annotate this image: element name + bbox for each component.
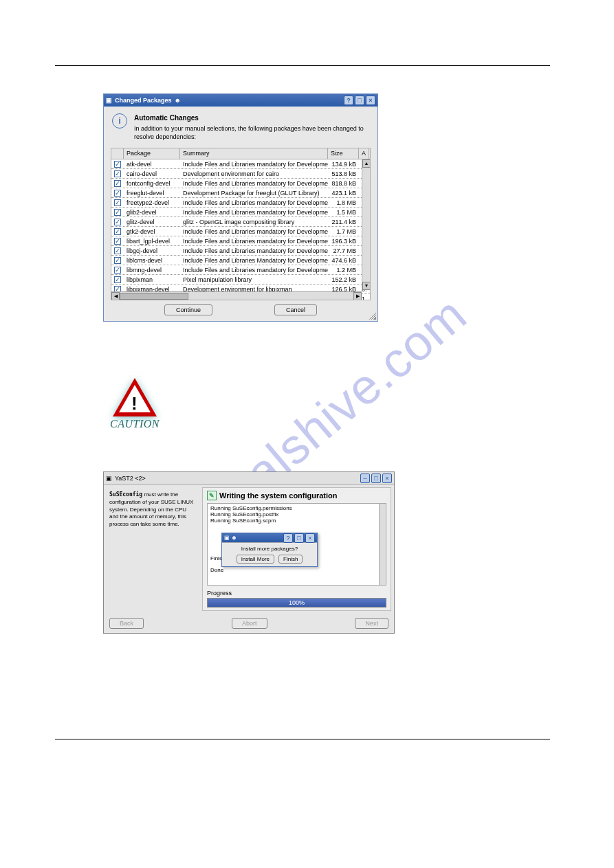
checkbox[interactable] — [114, 238, 121, 245]
cell-summary: Include Files and Libraries mandatory fo… — [180, 160, 328, 168]
cell-package: glitz-devel — [124, 218, 180, 226]
popup-max-button[interactable]: □ — [294, 533, 304, 543]
install-more-popup: ▣ ☻ ? □ × Install more packages? Ins — [221, 533, 318, 567]
popup-titlebar[interactable]: ▣ ☻ ? □ × — [222, 533, 317, 543]
table-row[interactable]: fontconfig-develInclude Files and Librar… — [111, 179, 370, 188]
checkbox[interactable] — [114, 257, 121, 264]
popup-icon: ▣ ☻ — [224, 535, 237, 541]
cell-size: 1.7 MB — [328, 227, 359, 236]
cell-package: libpixman — [124, 276, 180, 284]
warning-triangle-icon: ! — [113, 378, 157, 416]
checkbox[interactable] — [114, 190, 121, 197]
table-row[interactable]: libpixmanPixel manipulation library152.2… — [111, 275, 370, 285]
window-icon: ▣ — [106, 97, 112, 104]
col-checkbox — [111, 148, 124, 159]
cell-package: libart_lgpl-devel — [124, 237, 180, 245]
table-row[interactable]: glitz-develglitz - OpenGL image composit… — [111, 217, 370, 227]
col-size[interactable]: Size — [328, 148, 359, 159]
checkbox[interactable] — [114, 219, 121, 225]
table-row[interactable]: freeglut-develDevelopment Package for fr… — [111, 188, 370, 198]
checkbox[interactable] — [114, 267, 121, 274]
table-header: Package Summary Size A — [111, 148, 370, 159]
checkbox[interactable] — [114, 228, 121, 235]
cell-summary: Development environment for cairo — [180, 170, 328, 178]
continue-button[interactable]: Continue — [164, 304, 212, 315]
popup-close-button[interactable]: × — [305, 533, 315, 543]
caution-block: ! CAUTION — [103, 378, 166, 430]
cell-summary: Pixel manipulation library — [180, 276, 328, 284]
cell-package: libmng-devel — [124, 266, 180, 274]
popup-text: Install more packages? — [225, 546, 314, 552]
next-button[interactable]: Next — [355, 618, 388, 629]
scroll-down-icon[interactable]: ▼ — [362, 282, 371, 290]
close-button[interactable]: × — [366, 96, 375, 105]
panel-heading-row: ✎ Writing the system configuration — [207, 491, 386, 500]
cell-package: fontconfig-devel — [124, 179, 180, 188]
progress-label: Progress — [207, 590, 386, 597]
col-summary[interactable]: Summary — [180, 148, 328, 159]
maximize-button[interactable]: □ — [355, 96, 364, 105]
checkbox[interactable] — [114, 180, 121, 187]
cell-package: glib2-devel — [124, 208, 180, 216]
cell-summary: Include Files and Libraries mandatory fo… — [180, 227, 328, 236]
table-row[interactable]: atk-develInclude Files and Libraries man… — [111, 159, 370, 169]
table-row[interactable]: freetype2-develInclude Files and Librari… — [111, 198, 370, 208]
help-button[interactable]: ? — [344, 96, 353, 105]
back-button[interactable]: Back — [109, 618, 144, 629]
checkbox[interactable] — [114, 276, 121, 283]
cell-size: 513.8 kB — [328, 170, 359, 178]
checkbox[interactable] — [114, 161, 121, 168]
scroll-up-icon[interactable]: ▲ — [362, 159, 371, 168]
cancel-button[interactable]: Cancel — [274, 304, 317, 315]
minimize-button[interactable]: – — [360, 474, 370, 483]
scroll-right-icon[interactable]: ▶ — [353, 292, 362, 300]
maximize-button[interactable]: □ — [371, 474, 381, 483]
table-row[interactable]: liblcms-develInclude Files and Libraries… — [111, 256, 370, 265]
top-rule — [55, 65, 550, 66]
horizontal-scrollbar[interactable]: ◀ ▶ — [111, 291, 362, 300]
finish-button[interactable]: Finish — [278, 555, 303, 564]
install-more-button[interactable]: Install More — [237, 555, 274, 564]
changed-packages-window: ▣ Changed Packages ☻ ? □ × i Automatic C… — [103, 93, 378, 322]
main-panel: ✎ Writing the system configuration Runni… — [202, 487, 391, 611]
window-icon: ▣ — [106, 475, 112, 482]
window-titlebar[interactable]: ▣ Changed Packages ☻ ? □ × — [104, 94, 377, 107]
document-icon: ✎ — [207, 491, 217, 500]
popup-help-button[interactable]: ? — [283, 533, 293, 543]
cell-summary: Include Files and Libraries mandatory fo… — [180, 179, 328, 188]
col-package[interactable]: Package — [124, 148, 180, 159]
cell-size: 818.8 kB — [328, 179, 359, 188]
bottom-rule — [55, 739, 550, 739]
abort-button[interactable]: Abort — [232, 618, 267, 629]
checkbox[interactable] — [114, 209, 121, 216]
table-row[interactable]: libgcj-develInclude Files and Libraries … — [111, 246, 370, 256]
resize-grip[interactable] — [369, 313, 376, 320]
cell-summary: Development Package for freeglut (GLUT L… — [180, 189, 328, 197]
table-row[interactable]: libmng-develInclude Files and Libraries … — [111, 265, 370, 275]
cell-size: 152.2 kB — [328, 276, 359, 284]
log-scrollbar[interactable] — [379, 504, 386, 585]
cell-size: 423.1 kB — [328, 189, 359, 197]
table-row[interactable]: libart_lgpl-develInclude Files and Libra… — [111, 236, 370, 246]
cell-size: 134.9 kB — [328, 160, 359, 168]
vertical-scrollbar[interactable]: ▲ ▼ — [362, 159, 370, 290]
cell-package: freeglut-devel — [124, 189, 180, 197]
checkbox[interactable] — [114, 199, 121, 206]
caution-label: CAUTION — [103, 418, 166, 430]
cell-package: liblcms-devel — [124, 256, 180, 265]
cell-summary: Include Files and Libraries Mandatory fo… — [180, 256, 328, 265]
table-row[interactable]: glib2-develInclude Files and Libraries m… — [111, 208, 370, 217]
table-row[interactable]: gtk2-develInclude Files and Libraries ma… — [111, 227, 370, 236]
panel-heading: Writing the system configuration — [219, 491, 338, 500]
scroll-thumb[interactable] — [120, 293, 188, 300]
col-a[interactable]: A — [359, 148, 369, 159]
info-text: Automatic Changes In addition to your ma… — [134, 113, 366, 141]
info-icon: i — [112, 113, 127, 129]
checkbox[interactable] — [114, 247, 121, 254]
table-row[interactable]: cairo-develDevelopment environment for c… — [111, 169, 370, 179]
close-button[interactable]: × — [382, 474, 392, 483]
scroll-left-icon[interactable]: ◀ — [111, 292, 120, 300]
cell-summary: Include Files and Libraries mandatory fo… — [180, 247, 328, 255]
window-titlebar[interactable]: ▣ YaST2 <2> – □ × — [104, 472, 394, 485]
checkbox[interactable] — [114, 170, 121, 177]
